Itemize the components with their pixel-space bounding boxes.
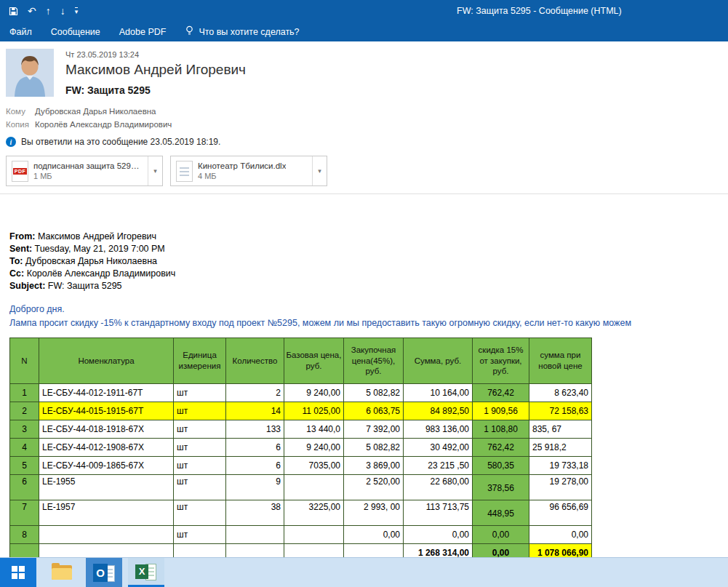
- cell-base-price: 9 240,00: [284, 384, 344, 402]
- cell-sum: 113 713,75: [404, 500, 473, 526]
- excel-taskbar-button[interactable]: X: [128, 558, 164, 587]
- table-column-header: скидка 15% от закупки, руб.: [473, 338, 529, 384]
- file-explorer-button[interactable]: [44, 558, 80, 587]
- table-column-header: Сумма, руб.: [404, 338, 473, 384]
- cell-discount: 1 909,56: [473, 402, 529, 420]
- sent-label: Sent:: [9, 244, 32, 254]
- outlook-icon: O: [93, 564, 115, 582]
- start-button[interactable]: [0, 558, 36, 587]
- cell-quantity: 38: [226, 500, 284, 526]
- tab-file[interactable]: Файл: [0, 22, 41, 41]
- cell-number: 7: [10, 500, 39, 526]
- cell-discount: 0,00: [473, 526, 529, 544]
- attachment-dropdown[interactable]: ▾: [148, 156, 162, 185]
- cell-discount: 378,56: [473, 475, 529, 500]
- cell-unit: шт: [174, 439, 226, 457]
- next-item-icon[interactable]: ↓: [60, 6, 65, 16]
- cell-discount: 1 108,80: [473, 420, 529, 439]
- attachment-dropdown[interactable]: ▾: [312, 156, 327, 185]
- sender-avatar[interactable]: [6, 49, 54, 97]
- info-icon: i: [6, 137, 16, 147]
- cell-unit: шт: [174, 500, 226, 526]
- chevron-down-icon: ▾: [153, 167, 157, 175]
- cell-base-price: [284, 475, 344, 500]
- cell-sum: 10 164,00: [404, 384, 473, 402]
- cell-number: 8: [10, 526, 39, 544]
- tab-message[interactable]: Сообщение: [41, 22, 110, 41]
- cell-purchase-price: 7 392,00: [344, 420, 404, 439]
- outlook-taskbar-button[interactable]: O: [86, 558, 122, 587]
- tell-me-box[interactable]: Что вы хотите сделать?: [175, 22, 308, 41]
- cell-sum: 30 492,00: [404, 439, 473, 457]
- cell-quantity: 6: [226, 439, 284, 457]
- cell-nomenclature: LE-СБУ-44-015-1915-67Т: [39, 402, 174, 420]
- attachment-open-area[interactable]: PDF подписанная защита 5295.pdf 1 МБ: [7, 156, 148, 185]
- cell-nomenclature: LE-СБУ-44-009-1865-67Х: [39, 457, 174, 475]
- title-bar: ↶ ↑ ↓ ▾ FW: Защита 5295 - Сообщение (HTM…: [0, 0, 728, 22]
- attachment-chip-file[interactable]: Кинотеатр Тбилиси.dlx 4 МБ ▾: [170, 156, 327, 186]
- cell-unit: шт: [174, 475, 226, 500]
- table-column-header: Закупочная цена(45%), руб.: [344, 338, 404, 384]
- cell-quantity: [226, 526, 284, 544]
- cell-sum: 22 680,00: [404, 475, 473, 500]
- customize-quick-access-icon[interactable]: ▾: [75, 7, 79, 15]
- cc-label: Cc:: [9, 268, 24, 279]
- cell-discount: 762,42: [473, 384, 529, 402]
- cell-discount: 448,95: [473, 500, 529, 526]
- cell-quantity: 6: [226, 457, 284, 475]
- from-value: Максимов Андрей Игоревич: [38, 231, 156, 241]
- table-column-header: N: [10, 338, 39, 384]
- subject-value: FW: Защита 5295: [48, 281, 122, 291]
- attachment-size: 4 МБ: [198, 172, 286, 180]
- cell-new-price: 8 623,40: [529, 384, 592, 402]
- save-icon[interactable]: [9, 7, 18, 16]
- table-column-header: Единица измерения: [174, 338, 226, 384]
- undo-icon[interactable]: ↶: [28, 6, 36, 16]
- from-label: From:: [9, 231, 35, 241]
- attachment-name: Кинотеатр Тбилиси.dlx: [198, 161, 286, 170]
- table-row: 7LE-1957шт383225,002 993, 00113 713,7544…: [10, 500, 592, 526]
- cell-unit: шт: [174, 457, 226, 475]
- file-icon: [176, 161, 193, 182]
- request-text: Лампа просит скидку -15% к стандартному …: [9, 316, 728, 330]
- cell-new-price: 0,00: [529, 526, 592, 544]
- attachment-open-area[interactable]: Кинотеатр Тбилиси.dlx 4 МБ: [171, 156, 312, 185]
- quote-table: NНоменклатураЕдиница измеренияКоличество…: [9, 338, 592, 562]
- cell-number: 2: [10, 402, 39, 420]
- attachment-name: подписанная защита 5295.pdf: [33, 161, 143, 170]
- cell-purchase-price: 0,00: [344, 526, 404, 544]
- cell-sum: 23 215 ,50: [404, 457, 473, 475]
- message-date: Чт 23.05.2019 13:24: [65, 50, 728, 59]
- cell-unit: шт: [174, 526, 226, 544]
- info-bar: i Вы ответили на это сообщение 23.05.201…: [6, 137, 728, 147]
- to-label: To:: [9, 256, 23, 266]
- cell-quantity: 14: [226, 402, 284, 420]
- cell-base-price: 11 025,00: [284, 402, 344, 420]
- tab-adobe-pdf-label: Adobe PDF: [119, 27, 167, 37]
- to-recipient[interactable]: Дубровская Дарья Николаевна: [35, 107, 156, 116]
- pdf-badge: PDF: [13, 168, 27, 175]
- tab-adobe-pdf[interactable]: Adobe PDF: [110, 22, 176, 41]
- previous-item-icon[interactable]: ↑: [46, 6, 51, 16]
- cell-number: 5: [10, 457, 39, 475]
- cell-new-price: 96 656,69: [529, 500, 592, 526]
- cell-new-price: 25 918,2: [529, 439, 592, 457]
- cell-purchase-price: 2 993, 00: [344, 500, 404, 526]
- cell-nomenclature: LE-СБУ-44-012-1911-67Т: [39, 384, 174, 402]
- sender-name[interactable]: Максимов Андрей Игоревич: [65, 62, 728, 78]
- cc-recipient[interactable]: Королёв Александр Владимирович: [35, 120, 172, 129]
- sent-value: Tuesday, May 21, 2019 7:00 PM: [35, 244, 165, 254]
- window-title: FW: Защита 5295 - Сообщение (HTML): [457, 6, 622, 16]
- cell-new-price: 835, 67: [529, 420, 592, 439]
- cell-base-price: 7035,00: [284, 457, 344, 475]
- cell-sum: 983 136,00: [404, 420, 473, 439]
- cell-quantity: 133: [226, 420, 284, 439]
- cell-number: 6: [10, 475, 39, 500]
- table-row: 4LE-СБУ-44-012-1908-67Хшт69 240,005 082,…: [10, 439, 592, 457]
- attachment-chip-pdf[interactable]: PDF подписанная защита 5295.pdf 1 МБ ▾: [6, 156, 163, 186]
- table-body: 1LE-СБУ-44-012-1911-67Тшт29 240,005 082,…: [10, 384, 592, 562]
- table-row: 6LE-1955шт92 520,0022 680,00378,5619 278…: [10, 475, 592, 500]
- cell-number: 4: [10, 439, 39, 457]
- recipients: КомуДубровская Дарья Николаевна КопияКор…: [6, 105, 728, 131]
- table-header-row: NНоменклатураЕдиница измеренияКоличество…: [10, 338, 592, 384]
